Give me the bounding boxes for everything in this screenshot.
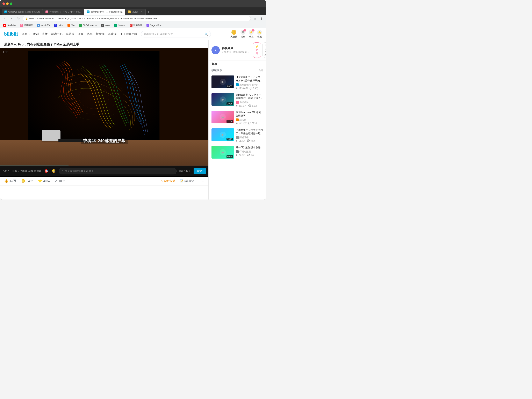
tab-close-4[interactable]: ✕ xyxy=(140,11,143,13)
close-button[interactable] xyxy=(2,2,5,5)
danmaku-bar: 790 人正在看，已装填 2021 条弹幕 🎯 😀 A 发个友善的弹幕见证当下 … xyxy=(0,166,208,176)
forward-button[interactable]: › xyxy=(9,16,14,21)
bookmark-awvs[interactable]: A awvs xyxy=(100,23,112,28)
nav-game[interactable]: 游戏中心 xyxy=(51,32,63,36)
comments-4: 💬 4675 xyxy=(247,139,255,143)
minimize-button[interactable] xyxy=(6,2,9,5)
bookmark-watchtv[interactable]: ▶ watch TV xyxy=(35,23,52,28)
danmaku-etiquette[interactable]: 弹幕礼仪 › xyxy=(178,169,190,173)
bookmark-you[interactable]: Y You xyxy=(66,23,77,28)
playlist-thumb-3: ▶ 12:14 xyxy=(211,111,234,123)
autoplay-toggle[interactable]: 自动 xyxy=(259,69,263,72)
svg-text:风: 风 xyxy=(215,49,217,52)
danmaku-send-button[interactable]: 发送 xyxy=(194,168,206,174)
playlist-duration-4: 16:01 xyxy=(227,138,233,140)
bookmark-baidu[interactable]: 百 baidu xyxy=(52,23,65,28)
playlist-thumb-2: ▶ 10:05 xyxy=(211,93,234,106)
nav-esport[interactable]: 赛事 xyxy=(87,32,93,36)
star-action[interactable]: ⭐ 4074 xyxy=(38,179,50,183)
playlist-meta-4: 阿视吐槽 xyxy=(236,136,263,139)
playlist-item-4[interactable]: ▶ 16:01 使用两年半，我终于明白了：苹果生态就是一坨狗屎！ 阿视吐槽 xyxy=(209,127,266,144)
danmaku-input[interactable]: A 发个友善的弹幕见证当下 xyxy=(59,168,177,174)
playlist-item-1[interactable]: ▶ 08:12 【何同学】二十万元的Mac Pro是什么样子的？苹果Ma 老师好… xyxy=(209,74,266,92)
nav-home[interactable]: 首页 ▾ xyxy=(22,32,30,36)
header-dynamic-icon[interactable]: ⚡ 2 动态 xyxy=(249,30,254,38)
report-action[interactable]: ⚠ 稿件投诉 xyxy=(161,179,175,183)
tab-3[interactable]: 哔 最新Mac Pro，内存倒退但更强了？ 🔊 ✕ xyxy=(84,9,125,15)
tab-4[interactable]: S Stylus ✕ xyxy=(125,9,146,15)
playlist-info-1: 【何同学】二十万元的Mac Pro是什么样子的？苹果Ma 老师好我叫何同学 ▶ … xyxy=(236,76,263,90)
video-art-svg xyxy=(11,51,177,144)
playlist-header: 列表 ⋯ xyxy=(209,60,266,68)
comments-2: 💬 1.1万 xyxy=(248,104,257,107)
header-vip-icon[interactable]: 👑 大会员 xyxy=(230,30,237,38)
header-fav-icon[interactable]: ⭐ 收藏 xyxy=(257,30,262,38)
msg-badge: 2 xyxy=(243,29,246,32)
playlist-item-2[interactable]: ▶ 10:05 选Mac还是PC？交了一年学费后，我终于悟了... 影视飓风 xyxy=(209,92,266,109)
playlist-info-5: 晒一下我的游戏本散热... 吓吧有颓癔 ▶ 77.2万 💬 489 xyxy=(236,146,263,157)
playlist-stats-2: ▶ 263.9万 💬 1.1万 xyxy=(236,104,263,107)
bookmark-star-icon[interactable]: ☆ xyxy=(252,16,258,21)
bookmark-securities[interactable]: 证 证券标准 xyxy=(128,23,144,28)
bookmark-sage[interactable]: S Sage - Poe xyxy=(145,23,163,28)
note-action[interactable]: 📝 5篇笔记 xyxy=(180,179,194,183)
refresh-button[interactable]: ↻ xyxy=(16,16,21,21)
autoplay-label: 接续播放 xyxy=(211,69,222,72)
playlist-duration-1: 08:12 xyxy=(227,85,233,88)
new-tab-button[interactable]: + xyxy=(146,9,152,15)
title-bar xyxy=(0,0,266,7)
video-player[interactable]: 1.00 或者4K 240赫兹的屏幕 xyxy=(0,48,208,165)
nav-manga[interactable]: 漫画 xyxy=(78,32,83,36)
follow-button[interactable]: 已关注 635 xyxy=(262,42,266,58)
bookmark-watchtv-label: watch TV xyxy=(41,24,50,26)
video-visual xyxy=(0,48,208,165)
playlist-item-5[interactable]: ▶ 00:34 晒一下我的游戏本散热... 吓吧有颓癔 ▶ 77.2万 xyxy=(209,144,266,160)
progress-bar[interactable] xyxy=(0,165,208,166)
bookmark-youtube[interactable]: ▶ YouTube xyxy=(2,23,18,28)
danmaku-icon-2[interactable]: 😀 xyxy=(51,168,57,174)
bili-search[interactable]: 高考准考证可以半价买手 🔍 xyxy=(141,31,211,38)
video-area: 最新Mac Pro，内存倒退但更强了？Mac全系列上手 xyxy=(0,40,208,200)
bili-logo[interactable]: bilibili xyxy=(4,31,18,37)
back-button[interactable]: ‹ xyxy=(2,16,7,21)
nav-bangumi[interactable]: 番剧 xyxy=(33,32,39,36)
bookmark-you-label: You xyxy=(71,24,75,26)
danmaku-icon-1[interactable]: 🎯 xyxy=(43,168,49,174)
more-button[interactable]: ⋯ xyxy=(201,179,204,183)
address-bar[interactable]: 🔒 bilibili.com/video/BV1SV411u7ik/?spm_i… xyxy=(23,16,251,21)
like-action[interactable]: 👍 4.3万 xyxy=(4,179,16,183)
channel-name-2: 影视飓风 xyxy=(240,101,248,104)
nav-newgen[interactable]: 新世代 xyxy=(96,32,105,36)
playlist-item-3[interactable]: ▶ 12:14 锐评 Mac mini M2 考完驾照就买 林搭搭 ▶ 1 xyxy=(209,109,266,127)
nav-live[interactable]: 直播 xyxy=(42,32,48,36)
progress-fill xyxy=(0,165,69,166)
tab-2[interactable]: 哔 哔哩哔哩（' - ' )つロ 千杯--bili... ✕ xyxy=(43,9,84,15)
browser-window: 哔 windows 如何给右键菜单添加程 ✕ 哔 哔哩哔哩（' - ' )つロ … xyxy=(0,0,266,200)
like-icon: 👍 xyxy=(4,179,8,183)
header-msg-icon[interactable]: ✉ 2 消息 xyxy=(241,30,245,38)
settings-icon[interactable]: ⋮ xyxy=(259,16,264,21)
bookmark-bili-label: 哔哩哔哩 xyxy=(24,24,33,27)
maximize-button[interactable] xyxy=(10,2,12,5)
danmaku-placeholder: 发个友善的弹幕见证当下 xyxy=(65,169,94,173)
share-count: 1082 xyxy=(59,179,65,183)
tab-label-1: windows 如何给右键菜单添加程 xyxy=(8,10,40,13)
mini-pc xyxy=(42,130,60,141)
bookmark-bilibili[interactable]: 哔 哔哩哔哩 xyxy=(18,23,34,28)
bookmark-blognav[interactable]: B BLOG NAV → xyxy=(77,23,99,28)
bookmark-nessus[interactable]: N Nessus xyxy=(113,23,127,28)
nav-love[interactable]: 说爱你 xyxy=(108,32,116,36)
playlist-meta-5: 吓吧有颓癔 xyxy=(236,150,263,153)
nav-mall[interactable]: 会员购 xyxy=(66,32,75,36)
note-icon: 📝 xyxy=(180,179,183,183)
tab-1[interactable]: 哔 windows 如何给右键菜单添加程 ✕ xyxy=(2,9,43,15)
fav-img: ⭐ xyxy=(257,30,262,35)
search-icon[interactable]: 🔍 xyxy=(205,32,208,36)
share-action[interactable]: ↗ 1082 xyxy=(55,179,65,183)
main-layout: 最新Mac Pro，内存倒退但更强了？Mac全系列上手 xyxy=(0,40,266,200)
playlist-more-icon[interactable]: ⋯ xyxy=(260,62,263,66)
playlist-title-5: 晒一下我的游戏本散热... xyxy=(236,146,263,149)
coin-action[interactable]: 🪙 8482 xyxy=(21,179,33,183)
charge-button[interactable]: ⚡ 充电 xyxy=(253,42,261,58)
nav-download[interactable]: ⬇ 下载客户端 xyxy=(120,32,137,36)
